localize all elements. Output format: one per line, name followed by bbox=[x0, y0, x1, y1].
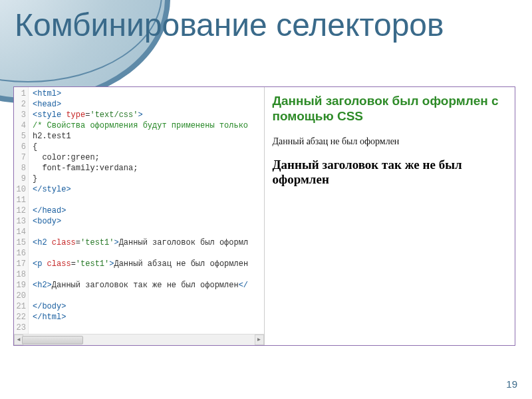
scroll-right-button[interactable]: ► bbox=[255, 334, 264, 345]
code-line: </style> bbox=[33, 184, 248, 195]
code-line: font-family:verdana; bbox=[33, 163, 248, 174]
code-line: <p class='test1'>Данный абзац не был офо… bbox=[33, 259, 248, 269]
code-pane: 1234567891011121314151617181920212223 <h… bbox=[14, 87, 265, 345]
code-line: <h2 class='test1'>Данный заголовок был о… bbox=[33, 237, 248, 248]
slide: Комбинирование селекторов 12345678910111… bbox=[0, 0, 532, 399]
line-number: 19 bbox=[14, 280, 26, 291]
code-line: </body> bbox=[33, 301, 248, 312]
line-number: 16 bbox=[14, 248, 26, 259]
code-line: color:green; bbox=[33, 152, 248, 163]
line-number: 1 bbox=[14, 88, 26, 99]
code-line: <style type='text/css'> bbox=[33, 110, 248, 120]
line-number: 2 bbox=[14, 99, 26, 110]
line-number: 7 bbox=[14, 152, 26, 163]
code-line: </html> bbox=[33, 312, 248, 323]
preview-plain-heading: Данный заголовок так же не был оформлен bbox=[273, 158, 509, 188]
line-number: 12 bbox=[14, 205, 26, 216]
code-line: } bbox=[33, 174, 248, 184]
line-number: 20 bbox=[14, 291, 26, 301]
example-panel: 1234567891011121314151617181920212223 <h… bbox=[13, 86, 515, 346]
code-line bbox=[33, 227, 248, 237]
page-number: 19 bbox=[506, 378, 517, 390]
preview-pane: Данный заголовок был оформлен с помощью … bbox=[265, 87, 515, 345]
line-number: 9 bbox=[14, 174, 26, 184]
code-line: </head> bbox=[33, 205, 248, 216]
line-number: 17 bbox=[14, 259, 26, 269]
code-body: <html><head><style type='text/css'>/* Св… bbox=[29, 87, 248, 334]
line-number: 14 bbox=[14, 227, 26, 237]
preview-styled-heading: Данный заголовок был оформлен с помощью … bbox=[273, 94, 509, 124]
code-line: <head> bbox=[33, 99, 248, 110]
line-number: 4 bbox=[14, 120, 26, 131]
code-line: h2.test1 bbox=[33, 131, 248, 142]
line-number: 5 bbox=[14, 131, 26, 142]
code-scroll-area: 1234567891011121314151617181920212223 <h… bbox=[14, 87, 264, 334]
line-number: 23 bbox=[14, 323, 26, 333]
line-number: 21 bbox=[14, 301, 26, 312]
preview-paragraph: Данный абзац не был оформлен bbox=[273, 136, 509, 147]
code-line: <html> bbox=[33, 88, 248, 99]
line-number: 6 bbox=[14, 142, 26, 152]
code-line bbox=[33, 195, 248, 205]
line-number: 22 bbox=[14, 312, 26, 323]
line-number: 13 bbox=[14, 216, 26, 227]
code-line bbox=[33, 269, 248, 280]
code-line bbox=[33, 323, 248, 333]
scroll-thumb[interactable] bbox=[22, 336, 83, 344]
code-line: { bbox=[33, 142, 248, 152]
line-number: 11 bbox=[14, 195, 26, 205]
code-line: <h2>Данный заголовок так же не был оформ… bbox=[33, 280, 248, 291]
slide-title: Комбинирование селекторов bbox=[15, 8, 444, 43]
line-number: 10 bbox=[14, 184, 26, 195]
code-line bbox=[33, 291, 248, 301]
code-line: <body> bbox=[33, 216, 248, 227]
horizontal-scrollbar[interactable]: ◄ ► bbox=[14, 334, 264, 345]
line-number-gutter: 1234567891011121314151617181920212223 bbox=[14, 87, 29, 334]
line-number: 8 bbox=[14, 163, 26, 174]
line-number: 15 bbox=[14, 237, 26, 248]
code-line: /* Свойства оформления будут применены т… bbox=[33, 120, 248, 131]
line-number: 3 bbox=[14, 110, 26, 120]
line-number: 18 bbox=[14, 269, 26, 280]
code-line bbox=[33, 248, 248, 259]
